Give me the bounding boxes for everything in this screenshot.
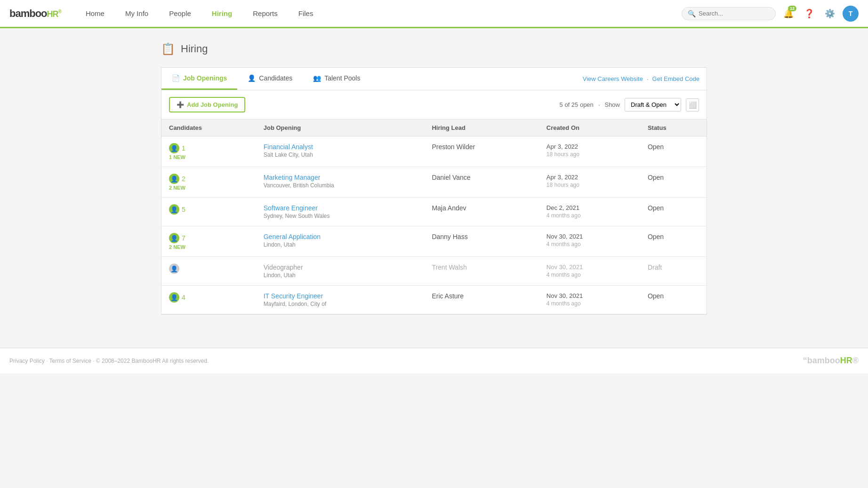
tab-candidates-label: Candidates bbox=[259, 74, 292, 82]
col-hiring-lead: Hiring Lead bbox=[424, 120, 538, 136]
col-created-on: Created On bbox=[539, 120, 640, 136]
export-button[interactable]: ⬜ bbox=[686, 98, 699, 112]
nav-files[interactable]: Files bbox=[288, 0, 324, 28]
candidate-count[interactable]: 👤 2 2 NEW bbox=[169, 174, 249, 191]
candidate-count[interactable]: 👤 1 1 NEW bbox=[169, 143, 249, 160]
created-on-cell: Nov 30, 2021 4 months ago bbox=[539, 257, 640, 286]
job-title-link[interactable]: Videographer bbox=[264, 264, 303, 271]
notifications-button[interactable]: 🔔 12 bbox=[780, 6, 796, 22]
candidate-number: 2 bbox=[182, 175, 185, 183]
job-location: Vancouver, British Columbia bbox=[264, 182, 417, 189]
created-ago: 4 months ago bbox=[547, 241, 633, 248]
hiring-lead-cell: Maja Andev bbox=[424, 198, 538, 226]
tab-talent-pools[interactable]: 👥 Talent Pools bbox=[303, 68, 370, 90]
job-title-link[interactable]: IT Security Engineer bbox=[264, 292, 323, 300]
footer-left: Privacy Policy · Terms of Service · © 20… bbox=[9, 358, 209, 364]
search-input[interactable] bbox=[699, 10, 770, 17]
view-careers-link[interactable]: View Careers Website bbox=[583, 75, 643, 82]
created-on-cell: Apr 3, 2022 18 hours ago bbox=[539, 136, 640, 167]
job-location: Lindon, Utah bbox=[264, 241, 417, 248]
status-cell: Draft bbox=[640, 257, 707, 286]
candidates-cell: 👤 2 2 NEW bbox=[161, 167, 256, 198]
status-cell: Open bbox=[640, 167, 707, 198]
candidates-cell: 👤 1 1 NEW bbox=[161, 136, 256, 167]
hiring-icon: 📋 bbox=[161, 42, 175, 56]
logo[interactable]: bambooHR® bbox=[9, 8, 61, 20]
tab-job-openings-icon: 📄 bbox=[172, 74, 180, 82]
footer-copyright-text: © 2008–2022 BambooHR All rights reserved… bbox=[96, 358, 209, 364]
candidates-cell: 👤 bbox=[161, 257, 256, 286]
candidate-number: 1 bbox=[182, 144, 185, 152]
help-button[interactable]: ❓ bbox=[801, 6, 817, 22]
job-opening-cell: Software Engineer Sydney, New South Wale… bbox=[256, 198, 425, 226]
created-date: Nov 30, 2021 bbox=[547, 292, 633, 299]
page-title: Hiring bbox=[181, 43, 208, 55]
candidates-cell: 👤 5 bbox=[161, 198, 256, 226]
created-ago: 18 hours ago bbox=[547, 182, 633, 188]
add-icon: ➕ bbox=[177, 101, 184, 108]
nav-people[interactable]: People bbox=[159, 0, 201, 28]
tabs-right: View Careers Website · Get Embed Code bbox=[583, 75, 707, 82]
table-row: 👤 5 Software Engineer Sydney, New South … bbox=[161, 198, 707, 226]
hiring-lead-cell: Daniel Vance bbox=[424, 167, 538, 198]
privacy-policy-link[interactable]: Privacy Policy bbox=[9, 358, 45, 364]
nav-home[interactable]: Home bbox=[75, 0, 115, 28]
user-avatar[interactable]: T bbox=[843, 6, 859, 22]
job-title-link[interactable]: Financial Analyst bbox=[264, 143, 313, 151]
table-area: ➕ Add Job Opening 5 of 25 open · Show Dr… bbox=[161, 90, 707, 315]
page-header: 📋 Hiring bbox=[161, 42, 707, 56]
status-cell: Open bbox=[640, 136, 707, 167]
nav-links: Home My Info People Hiring Reports Files bbox=[75, 0, 682, 27]
hiring-lead-cell: Preston Wilder bbox=[424, 136, 538, 167]
filter-select[interactable]: Draft & Open Open Draft All bbox=[625, 98, 681, 112]
job-location: Sydney, New South Wales bbox=[264, 213, 417, 219]
nav-myinfo[interactable]: My Info bbox=[115, 0, 159, 28]
show-label: Show bbox=[604, 101, 620, 108]
terms-link[interactable]: Terms of Service bbox=[49, 358, 91, 364]
candidate-count[interactable]: 👤 7 2 NEW bbox=[169, 233, 249, 250]
job-opening-cell: IT Security Engineer Mayfaird, London, C… bbox=[256, 286, 425, 314]
created-on-cell: Nov 30, 2021 4 months ago bbox=[539, 226, 640, 257]
tab-job-openings[interactable]: 📄 Job Openings bbox=[161, 68, 237, 90]
nav-hiring[interactable]: Hiring bbox=[201, 0, 242, 28]
candidate-icon: 👤 bbox=[169, 292, 179, 303]
tab-job-openings-label: Job Openings bbox=[183, 74, 227, 82]
table-row: 👤 7 2 NEW General Application Lindon, Ut… bbox=[161, 226, 707, 257]
created-date: Apr 3, 2022 bbox=[547, 174, 633, 181]
table-body: 👤 1 1 NEW Financial Analyst Salt Lake Ci… bbox=[161, 136, 707, 314]
job-location: Salt Lake City, Utah bbox=[264, 152, 417, 158]
nav-reports[interactable]: Reports bbox=[242, 0, 288, 28]
candidate-icon: 👤 bbox=[169, 204, 179, 215]
job-opening-cell: Financial Analyst Salt Lake City, Utah bbox=[256, 136, 425, 167]
created-ago: 4 months ago bbox=[547, 212, 633, 219]
separator: · bbox=[598, 101, 600, 108]
add-job-opening-button[interactable]: ➕ Add Job Opening bbox=[169, 97, 245, 112]
search-box[interactable]: 🔍 bbox=[682, 7, 776, 20]
col-job-opening: Job Opening bbox=[256, 120, 425, 136]
candidate-number: 5 bbox=[182, 206, 185, 213]
footer-logo: “bambooHR® bbox=[803, 356, 859, 366]
candidate-count[interactable]: 👤 4 bbox=[169, 292, 249, 303]
table-row: 👤 1 1 NEW Financial Analyst Salt Lake Ci… bbox=[161, 136, 707, 167]
table-row: 👤 Videographer Lindon, Utah Trent Walsh … bbox=[161, 257, 707, 286]
navbar-right: 🔍 🔔 12 ❓ ⚙️ T bbox=[682, 6, 859, 22]
status-cell: Open bbox=[640, 286, 707, 314]
col-status: Status bbox=[640, 120, 707, 136]
tab-candidates[interactable]: 👤 Candidates bbox=[237, 68, 303, 90]
new-badge: 1 NEW bbox=[169, 154, 249, 160]
get-embed-link[interactable]: Get Embed Code bbox=[652, 75, 699, 82]
job-location: Mayfaird, London, City of bbox=[264, 301, 417, 307]
candidate-icon: 👤 bbox=[169, 174, 179, 184]
settings-button[interactable]: ⚙️ bbox=[822, 6, 838, 22]
candidate-count[interactable]: 👤 5 bbox=[169, 204, 249, 215]
job-title-link[interactable]: General Application bbox=[264, 233, 321, 240]
count-text: 5 of 25 open bbox=[560, 101, 594, 108]
candidate-icon-empty: 👤 bbox=[169, 264, 179, 274]
job-title-link[interactable]: Marketing Manager bbox=[264, 174, 321, 181]
table-row: 👤 4 IT Security Engineer Mayfaird, Londo… bbox=[161, 286, 707, 314]
navbar: bambooHR® Home My Info People Hiring Rep… bbox=[0, 0, 868, 28]
tabs-container: 📄 Job Openings 👤 Candidates 👥 Talent Poo… bbox=[161, 67, 707, 90]
candidates-cell: 👤 4 bbox=[161, 286, 256, 314]
job-title-link[interactable]: Software Engineer bbox=[264, 204, 318, 212]
tabs-left: 📄 Job Openings 👤 Candidates 👥 Talent Poo… bbox=[161, 68, 370, 90]
